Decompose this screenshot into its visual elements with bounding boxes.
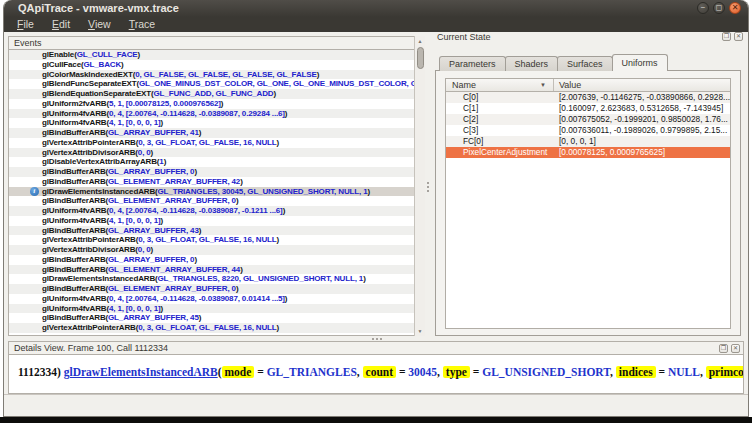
- event-row[interactable]: glBindBufferARB(GL_ELEMENT_ARRAY_BUFFER,…: [9, 177, 424, 187]
- menu-item-file[interactable]: File: [8, 17, 43, 32]
- event-row[interactable]: iglDrawElementsInstancedARB(GL_TRIANGLES…: [9, 187, 424, 197]
- event-row[interactable]: glColorMaskIndexedEXT(0, GL_FALSE, GL_FA…: [9, 70, 424, 80]
- event-row[interactable]: glBindBufferARB(GL_ARRAY_BUFFER, 43): [9, 226, 424, 236]
- dock-float-icon[interactable]: ❐: [719, 344, 728, 353]
- event-row[interactable]: glBindBufferARB(GL_ELEMENT_ARRAY_BUFFER,…: [9, 265, 424, 275]
- event-row[interactable]: glBindBufferARB(GL_ARRAY_BUFFER, 0): [9, 255, 424, 265]
- dock-close-icon[interactable]: ✕: [734, 32, 743, 41]
- event-row[interactable]: glVertexAttribDivisorARB(0, 0): [9, 245, 424, 255]
- uniforms-table: Name ▼ Value C[0][2.007639, -0.1146275, …: [445, 78, 731, 329]
- call-function: glUniform4fvARB(: [42, 206, 109, 215]
- call-arguments: 0, 3, GL_FLOAT, GL_FALSE, 16, NULL: [138, 235, 276, 244]
- column-header-value[interactable]: Value: [554, 79, 730, 91]
- tab-shaders[interactable]: Shaders: [505, 56, 559, 71]
- screen: QApiTrace - vmware-vmx.trace − ◻ ✕ FileE…: [0, 0, 752, 423]
- details-panel-title: Details View. Frame 100, Call 1112334 ❐ …: [8, 341, 744, 355]
- param-value: NULL: [668, 366, 700, 378]
- uniform-row[interactable]: FC[0][0, 0, 0, 1]: [446, 136, 730, 147]
- detail-text: =: [656, 366, 668, 378]
- event-row[interactable]: glVertexAttribDivisorARB(0, 0): [9, 148, 424, 158]
- uniform-row[interactable]: C[1][0.160097, 2.623683, 0.5312658, -7.1…: [446, 103, 730, 114]
- event-row[interactable]: glUniform4fvARB(0, 4, [2.00764, -0.11462…: [9, 294, 424, 304]
- uniform-value: [0, 0, 0, 1]: [554, 136, 730, 147]
- uniform-row[interactable]: C[3][0.007636011, -0.1989026, 0.9799895,…: [446, 125, 730, 136]
- call-arguments: GL_ELEMENT_ARRAY_BUFFER, 42: [108, 177, 240, 186]
- call-function: glDrawElementsInstancedARB(: [42, 274, 158, 283]
- detail-text: ,: [610, 366, 616, 378]
- call-function: glUniform2fvARB(: [42, 99, 109, 108]
- event-row[interactable]: glUniform4fvARB(4, 1, [0, 0, 0, 1]): [9, 304, 424, 314]
- detail-text: ,: [357, 366, 363, 378]
- sort-descending-icon: ▼: [540, 82, 546, 88]
- events-scrollbar[interactable]: ▲ ▼: [414, 36, 425, 336]
- event-row[interactable]: glBindBufferARB(GL_ARRAY_BUFFER, 0): [9, 167, 424, 177]
- param-name-highlight: count: [363, 366, 396, 378]
- details-dock-controls: ❐ ✕: [719, 344, 740, 353]
- event-row[interactable]: glBindBufferARB(GL_ARRAY_BUFFER, 41): [9, 128, 424, 138]
- event-row[interactable]: glBindBufferARB(GL_ELEMENT_ARRAY_BUFFER,…: [9, 196, 424, 206]
- event-row[interactable]: glDisableVertexAttribArrayARB(1): [9, 157, 424, 167]
- call-arguments: GL_TRIANGLES, 8220, GL_UNSIGNED_SHORT, N…: [158, 274, 364, 283]
- call-function: glBlendFuncSeparateEXT(: [42, 79, 139, 88]
- call-function: glBindBufferARB(: [42, 255, 108, 264]
- scroll-down-icon[interactable]: ▼: [415, 328, 425, 334]
- menu-item-trace[interactable]: Trace: [120, 17, 164, 32]
- dock-float-icon[interactable]: ❐: [722, 32, 731, 41]
- column-header-name[interactable]: Name ▼: [446, 79, 554, 91]
- tab-uniforms[interactable]: Uniforms: [612, 54, 668, 71]
- param-value: GL_TRIANGLES: [267, 366, 357, 378]
- maximize-button[interactable]: ◻: [713, 2, 725, 14]
- event-row[interactable]: glUniform4fvARB(0, 4, [2.00764, -0.11462…: [9, 109, 424, 119]
- call-link[interactable]: glDrawElementsInstancedARB: [64, 366, 218, 378]
- tab-parameters[interactable]: Parameters: [439, 56, 506, 71]
- uniform-row[interactable]: C[2][0.007675052, -0.1999201, 0.9850028,…: [446, 114, 730, 125]
- event-row[interactable]: glCullFace(GL_BACK): [9, 60, 424, 70]
- dock-close-icon[interactable]: ✕: [731, 344, 740, 353]
- event-row[interactable]: glUniform4fvARB(4, 1, [0, 0, 0, 1]): [9, 216, 424, 226]
- uniform-name: FC[0]: [446, 136, 554, 147]
- minimize-button[interactable]: −: [697, 2, 709, 14]
- tab-surfaces[interactable]: Surfaces: [557, 56, 613, 71]
- event-row[interactable]: glBlendFuncSeparateEXT(GL_ONE_MINUS_DST_…: [9, 79, 424, 89]
- menu-item-view[interactable]: View: [79, 17, 120, 32]
- current-state-panel: Current State ❐ ✕ ParametersShadersSurfa…: [431, 29, 745, 336]
- app-window: QApiTrace - vmware-vmx.trace − ◻ ✕ FileE…: [3, 0, 749, 417]
- detail-text: (: [218, 366, 222, 378]
- event-row[interactable]: glVertexAttribPointerARB(0, 3, GL_FLOAT,…: [9, 323, 424, 333]
- call-function: glUniform4fvARB(: [42, 294, 109, 303]
- uniform-name: C[1]: [446, 103, 554, 114]
- event-row[interactable]: glEnable(GL_CULL_FACE): [9, 50, 424, 60]
- uniform-row[interactable]: C[0][2.007639, -0.1146275, -0.03890866, …: [446, 92, 730, 103]
- call-function: glUniform4fvARB(: [42, 304, 109, 313]
- param-value: GL_UNSIGNED_SHORT: [482, 366, 610, 378]
- event-row[interactable]: glBindBufferARB(GL_ARRAY_BUFFER, 45): [9, 313, 424, 323]
- events-panel: Events glEnable(GL_CULL_FACE)glCullFace(…: [8, 36, 425, 336]
- state-tabs: ParametersShadersSurfacesUniforms: [439, 54, 667, 71]
- uniform-row[interactable]: PixelCenterAdjustment[0.00078125, 0.0009…: [446, 147, 730, 158]
- horizontal-splitter[interactable]: [372, 338, 382, 340]
- event-row[interactable]: glUniform4fvARB(0, 4, [2.00764, -0.11462…: [9, 206, 424, 216]
- event-row[interactable]: glBindBufferARB(GL_ELEMENT_ARRAY_BUFFER,…: [9, 284, 424, 294]
- scrollbar-thumb[interactable]: [417, 47, 424, 69]
- call-arguments: 0, 4, [2.00764, -0.114628, -0.0389087, 0…: [109, 294, 285, 303]
- titlebar[interactable]: QApiTrace - vmware-vmx.trace − ◻ ✕: [4, 0, 748, 17]
- event-row[interactable]: glVertexAttribPointerARB(0, 3, GL_FLOAT,…: [9, 235, 424, 245]
- close-button[interactable]: ✕: [729, 2, 741, 14]
- call-arguments: GL_TRIANGLES, 30045, GL_UNSIGNED_SHORT, …: [158, 187, 368, 196]
- call-arguments: 5, 1, [0.00078125, 0.000976562]: [109, 99, 221, 108]
- call-arguments: 4, 1, [0, 0, 0, 1]: [109, 118, 161, 127]
- uniforms-table-body: C[0][2.007639, -0.1146275, -0.03890866, …: [446, 92, 730, 158]
- call-arguments: GL_CULL_FACE: [77, 50, 138, 59]
- call-function: glUniform4fvARB(: [42, 216, 109, 225]
- call-function: glUniform4fvARB(: [42, 118, 109, 127]
- call-function: glCullFace(: [42, 60, 83, 69]
- event-row[interactable]: glUniform2fvARB(5, 1, [0.00078125, 0.000…: [9, 99, 424, 109]
- event-row[interactable]: glVertexAttribPointerARB(0, 3, GL_FLOAT,…: [9, 138, 424, 148]
- call-arguments: 0, 4, [2.00764, -0.114628, -0.0389087, -…: [109, 206, 283, 215]
- menu-item-edit[interactable]: Edit: [43, 17, 79, 32]
- event-row[interactable]: glDrawElementsInstancedARB(GL_TRIANGLES,…: [9, 274, 424, 284]
- event-row[interactable]: glBlendEquationSeparateEXT(GL_FUNC_ADD, …: [9, 89, 424, 99]
- event-row[interactable]: glUniform4fvARB(4, 1, [0, 0, 0, 1]): [9, 118, 424, 128]
- events-list[interactable]: glEnable(GL_CULL_FACE)glCullFace(GL_BACK…: [8, 50, 425, 336]
- scroll-up-icon[interactable]: ▲: [415, 38, 425, 44]
